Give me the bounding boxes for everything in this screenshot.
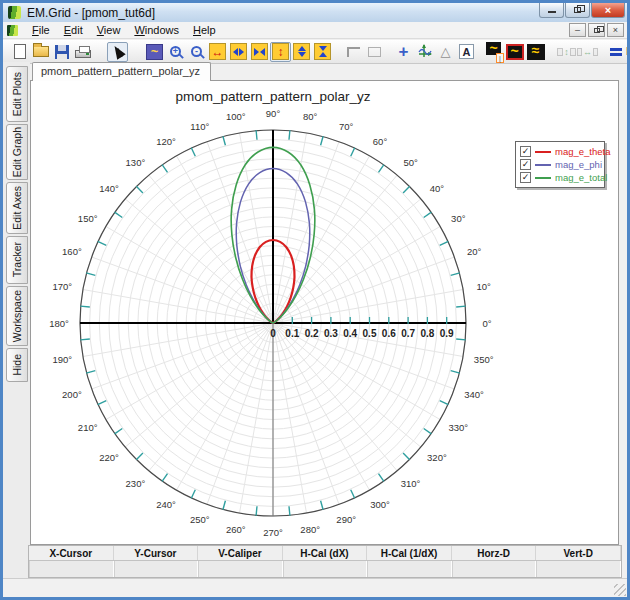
- minimize-icon: [548, 11, 556, 13]
- document-icon: [7, 25, 18, 36]
- menu-help[interactable]: Help: [186, 22, 223, 38]
- stretch-x-button[interactable]: [228, 42, 249, 62]
- plot-sub-icon: |: [496, 53, 504, 63]
- menu-windows[interactable]: Windows: [127, 22, 186, 38]
- plot-style-combo-button[interactable]: ~|: [483, 42, 504, 62]
- layout-bars-icon: [610, 48, 622, 56]
- child-minimize-button[interactable]: –: [569, 23, 586, 37]
- zoom-out-button[interactable]: -: [186, 42, 207, 62]
- readout-header-h-cal-1-dx-: H-Cal (1/dX): [367, 546, 452, 560]
- angle-tick-label: 240°: [156, 499, 176, 510]
- angle-tick-label: 350°: [474, 354, 494, 365]
- print-button[interactable]: [72, 42, 93, 62]
- tile-horizontal-button[interactable]: ↔: [577, 42, 598, 62]
- legend-row-mag_e_phi: ✓mag_e_phi: [520, 158, 600, 171]
- angle-tick-label: 190°: [52, 354, 72, 365]
- minimize-button[interactable]: [539, 3, 564, 18]
- angle-tick-label: 120°: [156, 136, 176, 147]
- angle-tick-label: 170°: [52, 281, 72, 292]
- stretch-y-button[interactable]: [291, 42, 312, 62]
- tab-pmom-pattern-polar-yz[interactable]: pmom_pattern_pattern_polar_yz: [32, 62, 211, 81]
- save-file-button[interactable]: [51, 42, 72, 62]
- expand-y-button[interactable]: ↕: [270, 42, 291, 62]
- sidebar-tab-workspace[interactable]: Workspace: [6, 286, 28, 346]
- close-button[interactable]: ×: [591, 3, 625, 18]
- sidebar-tab-edit-axes[interactable]: Edit Axes: [6, 182, 28, 234]
- text-tool-button[interactable]: A: [456, 42, 477, 62]
- sidebar-tab-edit-plots[interactable]: Edit Plots: [6, 66, 28, 122]
- angle-tick-label: 210°: [78, 422, 98, 433]
- open-file-button[interactable]: [30, 42, 51, 62]
- sidebar-tab-label: Workspace: [11, 290, 23, 342]
- sidebar-tab-hide[interactable]: Hide: [6, 348, 28, 382]
- pointer-mode-button[interactable]: [107, 42, 128, 62]
- crosshair-button[interactable]: +: [393, 42, 414, 62]
- angle-tick-label: 100°: [226, 111, 246, 122]
- cursor-readout-table: X-CursorY-CursorV-CaliperH-Cal (dX)H-Cal…: [28, 545, 622, 578]
- readout-value-cell: [283, 561, 368, 577]
- readout-value-cell: [536, 561, 621, 577]
- legend-checkbox-mag_e_theta[interactable]: ✓: [520, 146, 531, 157]
- compress-x-button[interactable]: [249, 42, 270, 62]
- menu-edit[interactable]: Edit: [57, 22, 90, 38]
- legend-checkbox-mag_e_phi[interactable]: ✓: [520, 159, 531, 170]
- pane-icon: [557, 48, 563, 56]
- angle-tick-label: 80°: [303, 111, 318, 122]
- tile-vertical-button[interactable]: ↕: [556, 42, 577, 62]
- readout-value-cell: [114, 561, 199, 577]
- readout-header-horz-d: Horz-D: [452, 546, 537, 560]
- layout-label: Layou: [626, 46, 627, 57]
- compress-y-button[interactable]: [312, 42, 333, 62]
- angle-tick-label: 300°: [370, 499, 390, 510]
- resize-grip[interactable]: [614, 584, 626, 596]
- sidebar-tab-edit-graph[interactable]: Edit Graph: [6, 124, 28, 180]
- new-file-button[interactable]: [9, 42, 30, 62]
- axes-tool-button[interactable]: [414, 42, 435, 62]
- angle-tick-label: 340°: [464, 389, 484, 400]
- legend: ✓mag_e_theta✓mag_e_phi✓mag_e_total: [515, 141, 605, 188]
- angle-tick-label: 200°: [62, 389, 82, 400]
- plot-style-button[interactable]: ≈: [525, 42, 546, 62]
- sidebar-tab-label: Tracker: [11, 242, 23, 277]
- title-bar[interactable]: EM.Grid - [pmom_tut6d] ×: [3, 3, 627, 22]
- menu-bar: FileEditViewWindowsHelp – ×: [3, 22, 627, 39]
- zoom-window-button[interactable]: ~: [144, 42, 165, 62]
- sidebar-tab-tracker[interactable]: Tracker: [6, 236, 28, 284]
- angle-tick-label: 130°: [126, 157, 146, 168]
- readout-header-y-cursor: Y-Cursor: [114, 546, 199, 560]
- region-select-button[interactable]: [343, 42, 364, 62]
- menu-view[interactable]: View: [90, 22, 128, 38]
- pane-icon: [570, 48, 576, 56]
- marker-tool-button[interactable]: △: [435, 42, 456, 62]
- pane-icon: [593, 48, 598, 56]
- child-restore-button[interactable]: [588, 23, 605, 37]
- radial-tick-label: 0.6: [382, 328, 396, 339]
- expand-x-button[interactable]: ↔: [207, 42, 228, 62]
- radial-tick-label: 0.2: [305, 328, 319, 339]
- box-select-button[interactable]: [364, 42, 385, 62]
- legend-checkbox-mag_e_total[interactable]: ✓: [520, 172, 531, 183]
- window-title: EM.Grid - [pmom_tut6d]: [27, 6, 155, 20]
- restore-button[interactable]: [565, 3, 590, 18]
- angle-tick-label: 70°: [339, 121, 354, 132]
- layout-button[interactable]: Layou: [610, 46, 627, 57]
- radial-tick-label: 0.4: [343, 328, 357, 339]
- plot-style-active-button[interactable]: ~: [504, 42, 525, 62]
- angle-tick-label: 30°: [451, 213, 466, 224]
- angle-tick-label: 290°: [336, 514, 356, 525]
- sidebar: Edit PlotsEdit GraphEdit AxesTrackerWork…: [3, 62, 30, 597]
- zoom-in-button[interactable]: +: [165, 42, 186, 62]
- angle-tick-label: 150°: [78, 213, 98, 224]
- angle-tick-label: 320°: [427, 452, 447, 463]
- waveform-icon: ≈: [527, 44, 545, 60]
- menu-file[interactable]: File: [25, 22, 57, 38]
- child-restore-icon: [594, 28, 600, 33]
- legend-line-sample: [535, 164, 551, 166]
- chart-title: pmom_pattern_pattern_polar_yz: [31, 89, 515, 104]
- app-logo-icon: [8, 6, 21, 19]
- angle-tick-label: 90°: [266, 108, 281, 119]
- region-icon: [347, 47, 360, 57]
- toolbar: ~+-↔↕+△A~|~≈↕↔Layou: [3, 40, 627, 64]
- child-close-button[interactable]: ×: [607, 23, 624, 37]
- horizontal-arrow-icon: ↔: [583, 47, 592, 57]
